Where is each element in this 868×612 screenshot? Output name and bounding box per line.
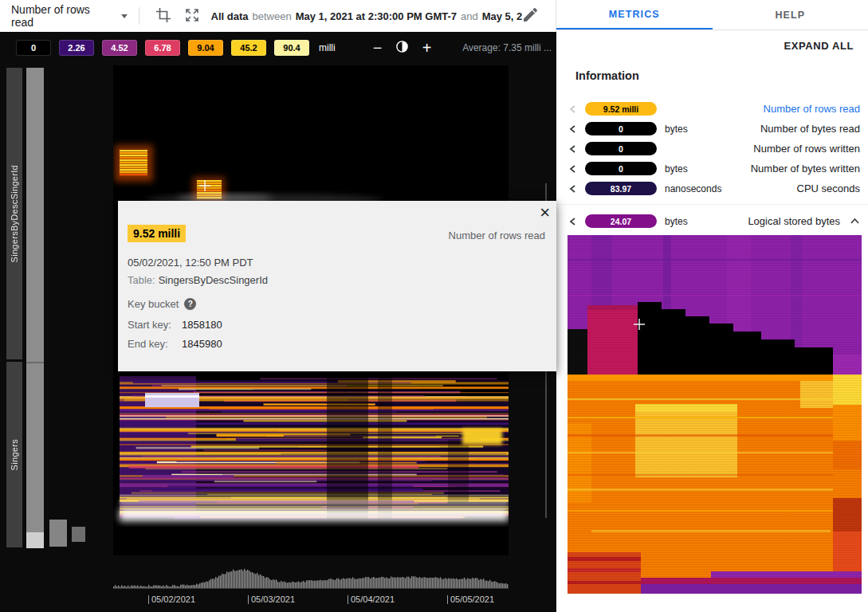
brightness-increase-button[interactable]: + [418, 40, 436, 56]
metric-unit: bytes [665, 124, 688, 135]
metric-name[interactable]: Number of rows read [764, 103, 860, 115]
time-range-between: between [253, 10, 292, 22]
table-strip-singers[interactable]: Singers [6, 362, 22, 547]
crop-icon [156, 8, 171, 25]
axis-date-label: 05/02/2021 [148, 594, 195, 604]
metric-row-bytes-written: 0 bytes Number of bytes written [556, 159, 868, 178]
metric-dropdown[interactable]: Number of rows read [11, 3, 128, 29]
tab-help[interactable]: HELP [713, 0, 868, 29]
tooltip-timestamp: 05/02/2021, 12:50 PM PDT [128, 257, 253, 269]
table-label: Singers [10, 439, 19, 470]
metric-unit: nanoseconds [665, 183, 721, 194]
metric-swatch: 0 [585, 162, 657, 175]
metric-list: 9.52 milli Number of rows read 0 bytes N… [556, 99, 868, 198]
help-icon[interactable]: ? [184, 298, 196, 310]
table-label: SingersByDescSingerId [10, 165, 19, 262]
chevron-left-icon[interactable] [569, 184, 579, 194]
edit-time-range-button[interactable] [522, 8, 538, 24]
metric-name[interactable]: Number of rows written [753, 143, 860, 155]
axis-date-label: 05/04/2021 [348, 594, 395, 604]
tooltip-key-bucket-row: Key bucket ? [128, 298, 196, 310]
axis-tick [148, 595, 149, 604]
metric-thumbnail-heatmap[interactable] [568, 235, 862, 594]
close-icon[interactable]: × [540, 202, 550, 223]
metric-row-logical-stored-bytes: 24.07 bytes Logical stored bytes [556, 211, 868, 231]
metric-swatch: 9.52 milli [585, 102, 657, 116]
keyspace-block[interactable] [49, 520, 67, 547]
timeline-histogram[interactable] [113, 564, 509, 593]
end-key-value: 1845980 [182, 338, 222, 350]
table-strip-singersbydesc[interactable]: SingersByDescSingerId [6, 68, 22, 359]
panel-tabs: METRICS HELP [556, 0, 868, 30]
chevron-left-icon[interactable] [569, 217, 579, 226]
axis-date-label: 05/03/2021 [248, 594, 295, 604]
tooltip-value-chip: 9.52 milli [128, 225, 186, 242]
tooltip-metric-name: Number of rows read [449, 230, 545, 241]
section-divider [556, 204, 868, 205]
contrast-button[interactable] [395, 40, 410, 56]
keyspace-strip-segment[interactable] [26, 532, 44, 548]
legend-stop: 6.78 [145, 40, 180, 56]
heatmap-area: 0 2.26 4.52 6.78 9.04 45.2 90.4 milli − … [0, 32, 556, 612]
metric-swatch: 24.07 [585, 214, 657, 228]
axis-tick [447, 595, 448, 604]
tooltip-start-key-row: Start key:1858180 [128, 319, 222, 331]
legend-stop: 2.26 [59, 40, 94, 56]
time-range-start: May 1, 2021 at 2:30:00 PM GMT-7 [296, 10, 457, 22]
chevron-left-icon[interactable] [569, 164, 579, 174]
thumbnail-texture-overlay [568, 235, 862, 594]
time-range-prefix: All data [211, 10, 249, 22]
chevron-left-icon[interactable] [569, 104, 579, 114]
metric-name[interactable]: Number of bytes read [760, 123, 860, 135]
metric-row-bytes-read: 0 bytes Number of bytes read [556, 119, 868, 139]
axis-date-label: 05/05/2021 [447, 594, 494, 604]
chevron-left-icon[interactable] [569, 124, 579, 134]
expand-view-button[interactable] [184, 8, 200, 24]
metric-dropdown-label: Number of rows read [11, 3, 116, 29]
keyspace-strip-divider [26, 362, 44, 363]
metric-swatch: 0 [585, 142, 657, 155]
metric-name[interactable]: CPU seconds [797, 182, 860, 194]
zoom-out-map-icon [185, 8, 199, 25]
time-range-end: May 5, 2 [482, 10, 522, 22]
tab-metrics[interactable]: METRICS [556, 0, 713, 29]
legend-stop: 45.2 [231, 40, 266, 56]
information-title: Information [575, 69, 639, 82]
metrics-panel: METRICS HELP EXPAND ALL Information 9.52… [556, 0, 868, 612]
color-legend: 0 2.26 4.52 6.78 9.04 45.2 90.4 milli − … [16, 38, 552, 57]
chevron-up-icon[interactable] [850, 218, 860, 225]
key-visualizer-app: Number of rows read All data between May… [0, 0, 868, 612]
keyspace-density-strip[interactable] [26, 68, 44, 548]
legend-stop: 0 [16, 40, 51, 56]
brightness-decrease-button[interactable]: − [369, 40, 387, 56]
tooltip-table-value: SingersByDescSingerId [159, 274, 268, 286]
time-range-text: All data between May 1, 2021 at 2:30:00 … [211, 10, 522, 22]
metric-unit: bytes [665, 216, 688, 227]
metric-name[interactable]: Logical stored bytes [748, 215, 840, 227]
expand-all-button[interactable]: EXPAND ALL [784, 40, 854, 52]
key-bucket-label: Key bucket [128, 298, 179, 310]
metric-row-rows-read: 9.52 milli Number of rows read [556, 99, 868, 119]
metric-name[interactable]: Number of bytes written [751, 163, 860, 175]
legend-stop: 4.52 [102, 40, 137, 56]
chevron-down-icon [121, 14, 128, 18]
axis-tick [248, 595, 249, 604]
end-key-label: End key: [128, 338, 182, 350]
start-key-label: Start key: [128, 319, 182, 331]
tooltip-table-row: Table:SingersByDescSingerId [128, 274, 268, 286]
metric-row-rows-written: 0 Number of rows written [556, 139, 868, 159]
time-range-and: and [461, 10, 478, 22]
toolbar: Number of rows read All data between May… [0, 0, 556, 32]
tooltip-end-key-row: End key:1845980 [128, 338, 222, 350]
metric-swatch: 83.97 [585, 182, 657, 195]
legend-unit: milli [319, 42, 336, 53]
metric-unit: bytes [665, 163, 688, 175]
average-label: Average: 7.35 milli ... [462, 42, 552, 53]
chevron-left-icon[interactable] [569, 144, 579, 154]
legend-stop: 9.04 [188, 40, 223, 56]
crop-button[interactable] [155, 8, 171, 24]
keyspace-block[interactable] [72, 527, 85, 542]
bucket-tooltip: × 9.52 milli Number of rows read 05/02/2… [118, 201, 556, 371]
legend-stop: 90.4 [274, 40, 309, 56]
metric-row-cpu-seconds: 83.97 nanoseconds CPU seconds [556, 178, 868, 198]
